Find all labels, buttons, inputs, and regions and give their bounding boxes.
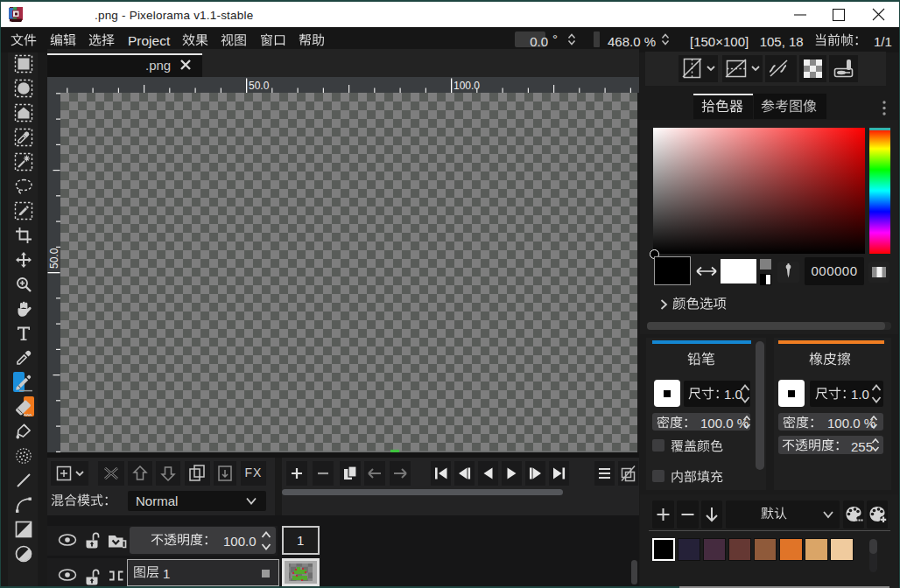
svg-text:50.0: 50.0 xyxy=(249,80,270,92)
svg-text:100.0: 100.0 xyxy=(454,80,480,92)
svg-text:50.0: 50.0 xyxy=(48,248,60,269)
